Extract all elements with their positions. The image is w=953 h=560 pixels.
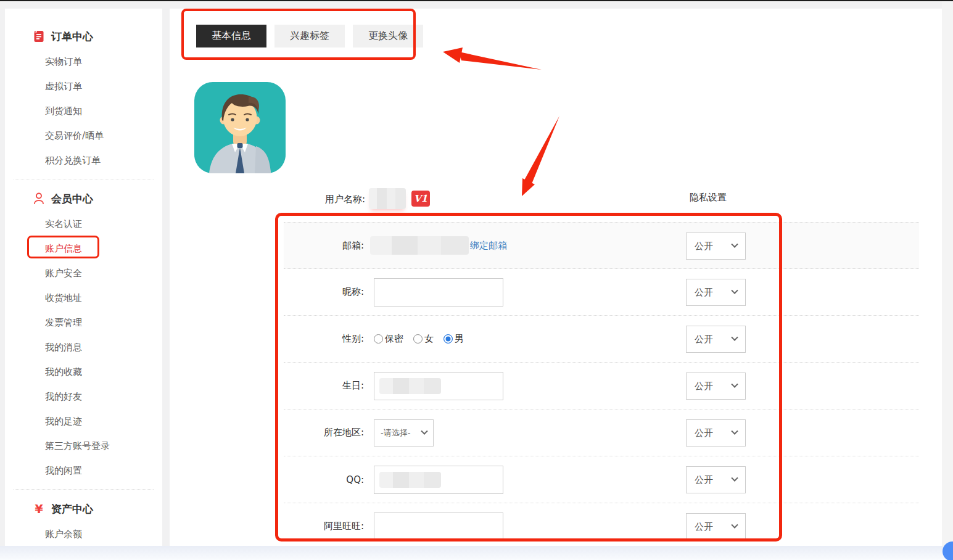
chevron-down-icon — [731, 287, 738, 294]
gender-privacy-select[interactable]: 公开 — [686, 326, 746, 353]
sidebar-section-title: 会员中心 — [51, 192, 93, 206]
nickname-privacy-select[interactable]: 公开 — [686, 279, 746, 306]
region-select-value: -请选择- — [381, 427, 410, 439]
sidebar-section-assets[interactable]: ¥ 资产中心 — [5, 496, 162, 522]
sidebar-section-orders[interactable]: 订单中心 — [5, 23, 162, 49]
chevron-down-icon — [421, 427, 427, 434]
sidebar-section-member[interactable]: 会员中心 — [5, 186, 162, 212]
qq-redacted-value — [379, 472, 441, 488]
main-content: 基本信息 兴趣标签 更换头像 用户名称: V1 隐私设置 — [170, 9, 942, 546]
form-row-gender: 性别: 保密 女 男 公开 — [284, 316, 919, 363]
privacy-settings-header: 隐私设置 — [690, 192, 727, 204]
vip-level-badge: V1 — [411, 191, 430, 207]
radio-label: 保密 — [385, 333, 403, 345]
qq-input[interactable] — [374, 466, 503, 494]
sidebar-item-arrival-notice[interactable]: 到货通知 — [5, 99, 162, 123]
sidebar-item-virtual-orders[interactable]: 虚拟订单 — [5, 74, 162, 99]
form-row-birthday: 生日: 公开 — [284, 363, 919, 410]
sidebar-item-reviews[interactable]: 交易评价/晒单 — [5, 123, 162, 148]
birthday-label: 生日: — [284, 380, 364, 392]
qq-privacy-select[interactable]: 公开 — [686, 466, 746, 493]
radio-icon — [374, 334, 383, 344]
gender-label: 性别: — [284, 333, 364, 345]
yen-icon: ¥ — [33, 503, 45, 515]
region-privacy-select[interactable]: 公开 — [686, 419, 746, 447]
aliwangwang-privacy-select[interactable]: 公开 — [686, 513, 746, 540]
sidebar-item-realname-auth[interactable]: 实名认证 — [5, 212, 162, 236]
order-icon — [33, 30, 45, 43]
region-select[interactable]: -请选择- — [374, 419, 434, 447]
username-redacted-value — [369, 188, 406, 209]
aliwangwang-label: 阿里旺旺: — [284, 521, 364, 532]
sidebar-item-points-orders[interactable]: 积分兑换订单 — [5, 148, 162, 173]
gender-radio-female[interactable]: 女 — [413, 333, 434, 345]
sidebar-item-my-favorites[interactable]: 我的收藏 — [5, 360, 162, 384]
sidebar-section-title: 订单中心 — [51, 30, 93, 44]
form-row-email: 邮箱: 绑定邮箱 公开 — [284, 222, 919, 269]
birthday-privacy-select[interactable]: 公开 — [686, 373, 746, 400]
sidebar-item-my-friends[interactable]: 我的好友 — [5, 384, 162, 409]
sidebar-item-third-party-login[interactable]: 第三方账号登录 — [5, 434, 162, 458]
account-info-form: 邮箱: 绑定邮箱 公开 昵称: 公开 性别: — [284, 222, 919, 546]
sidebar-item-physical-orders[interactable]: 实物订单 — [5, 49, 162, 74]
qq-label: QQ: — [284, 474, 364, 485]
avatar — [194, 82, 286, 173]
page-bottom-strip — [0, 546, 953, 560]
chevron-down-icon — [731, 381, 738, 388]
chevron-down-icon — [731, 334, 738, 341]
sidebar-section-title: 资产中心 — [51, 502, 93, 516]
sidebar-divider — [14, 179, 154, 179]
chevron-down-icon — [731, 241, 738, 248]
birthday-redacted-value — [379, 378, 441, 394]
region-label: 所在地区: — [284, 427, 364, 439]
sidebar-divider — [14, 489, 154, 490]
sidebar-item-account-info[interactable]: 账户信息 — [5, 236, 162, 261]
sidebar-item-my-idle[interactable]: 我的闲置 — [5, 458, 162, 483]
birthday-input[interactable] — [374, 372, 503, 400]
sidebar-item-invoice-management[interactable]: 发票管理 — [5, 310, 162, 335]
privacy-value: 公开 — [695, 381, 713, 392]
sidebar: 订单中心 实物订单 虚拟订单 到货通知 交易评价/晒单 积分兑换订单 会员中心 … — [5, 9, 162, 546]
radio-icon — [413, 334, 423, 344]
privacy-value: 公开 — [695, 427, 713, 439]
aliwangwang-input[interactable] — [374, 513, 503, 541]
form-row-region: 所在地区: -请选择- 公开 — [284, 410, 919, 456]
sidebar-item-my-footprints[interactable]: 我的足迹 — [5, 409, 162, 434]
sidebar-item-shipping-address[interactable]: 收货地址 — [5, 286, 162, 310]
privacy-value: 公开 — [695, 334, 713, 345]
tab-bar: 基本信息 兴趣标签 更换头像 — [196, 25, 423, 47]
sidebar-item-account-balance[interactable]: 账户余额 — [5, 522, 162, 546]
privacy-value: 公开 — [695, 474, 713, 486]
form-row-aliwangwang: 阿里旺旺: 公开 — [284, 503, 919, 546]
chevron-down-icon — [731, 475, 738, 482]
radio-label: 女 — [424, 333, 434, 345]
email-privacy-select[interactable]: 公开 — [686, 233, 746, 260]
radio-checked-icon — [443, 334, 453, 344]
email-redacted-value — [370, 236, 469, 255]
form-row-nickname: 昵称: 公开 — [284, 269, 919, 316]
radio-label: 男 — [455, 333, 464, 345]
nickname-input[interactable] — [374, 278, 503, 307]
privacy-value: 公开 — [695, 241, 713, 252]
tab-basic-info[interactable]: 基本信息 — [196, 25, 266, 47]
chevron-down-icon — [731, 522, 738, 529]
member-icon — [33, 192, 45, 205]
sidebar-item-my-messages[interactable]: 我的消息 — [5, 335, 162, 360]
nickname-label: 昵称: — [284, 286, 364, 298]
username-label: 用户名称: — [307, 191, 365, 207]
gender-radio-male[interactable]: 男 — [443, 333, 464, 345]
email-label: 邮箱: — [284, 240, 364, 252]
privacy-value: 公开 — [695, 287, 713, 299]
bind-email-link[interactable]: 绑定邮箱 — [470, 240, 507, 252]
gender-radio-secret[interactable]: 保密 — [374, 333, 403, 345]
page-right-gutter — [942, 1, 953, 546]
chevron-down-icon — [731, 428, 738, 435]
sidebar-item-account-security[interactable]: 账户安全 — [5, 261, 162, 286]
tab-interest-tags[interactable]: 兴趣标签 — [274, 25, 345, 47]
tab-change-avatar[interactable]: 更换头像 — [353, 25, 423, 47]
form-row-qq: QQ: 公开 — [284, 456, 919, 503]
privacy-value: 公开 — [695, 521, 713, 533]
window-top-edge — [0, 0, 953, 1]
